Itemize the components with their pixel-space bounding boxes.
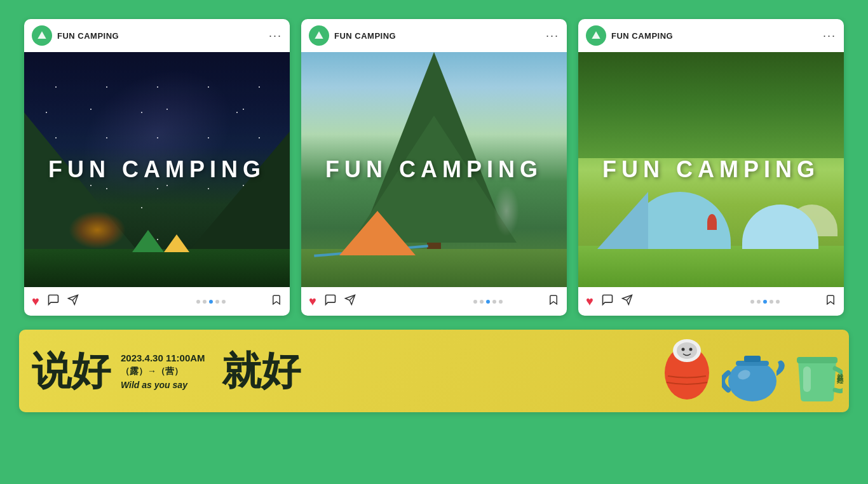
card-footer-2: ♥ bbox=[301, 287, 567, 316]
kettle-icon bbox=[722, 338, 785, 405]
svg-rect-18 bbox=[797, 357, 837, 363]
svg-point-12 bbox=[682, 347, 685, 351]
dot-1-2 bbox=[203, 300, 207, 304]
svg-marker-6 bbox=[592, 31, 600, 39]
banner-chinese-right: 就好 bbox=[222, 351, 301, 391]
share-button-3[interactable] bbox=[621, 294, 633, 309]
more-button-2[interactable]: ··· bbox=[546, 29, 559, 43]
svg-marker-3 bbox=[315, 31, 323, 39]
svg-rect-16 bbox=[744, 356, 761, 362]
dot-1-5 bbox=[222, 300, 226, 304]
card-image-2: FUN CAMPING bbox=[301, 52, 567, 287]
dots-1 bbox=[151, 300, 271, 304]
share-button-1[interactable] bbox=[67, 294, 79, 309]
banner-chinese-left: 说好 bbox=[32, 351, 111, 391]
dot-3-5 bbox=[776, 300, 780, 304]
instagram-card-3: FUN CAMPING ··· FUN CAMPING ♥ bbox=[578, 19, 844, 316]
dot-2-5 bbox=[499, 300, 503, 304]
overlay-text-1: FUN CAMPING bbox=[48, 156, 266, 183]
banner-route: （露）→（营） bbox=[121, 366, 205, 377]
comment-button-1[interactable] bbox=[47, 293, 60, 309]
dot-3-1 bbox=[750, 300, 754, 304]
comment-button-2[interactable] bbox=[324, 293, 337, 309]
username-2: FUN CAMPING bbox=[334, 31, 541, 41]
dot-2-3 bbox=[486, 300, 490, 304]
card-footer-3: ♥ bbox=[578, 287, 844, 316]
banner-left-section: 说好 2023.4.30 11:00AM （露）→（营） Wild as you… bbox=[19, 351, 313, 391]
dot-2-4 bbox=[492, 300, 496, 304]
like-button-1[interactable]: ♥ bbox=[32, 294, 39, 309]
sleeping-bag-icon bbox=[658, 338, 715, 405]
avatar-3 bbox=[586, 25, 606, 46]
bookmark-button-3[interactable] bbox=[825, 293, 836, 309]
like-button-2[interactable]: ♥ bbox=[309, 294, 316, 309]
action-icons-1: ♥ bbox=[32, 293, 151, 309]
svg-rect-19 bbox=[803, 366, 811, 392]
dot-3-4 bbox=[770, 300, 773, 304]
card-header-2: FUN CAMPING ··· bbox=[301, 19, 567, 52]
svg-point-11 bbox=[677, 342, 697, 359]
avatar-2 bbox=[309, 25, 329, 46]
dot-1-1 bbox=[196, 300, 200, 304]
event-banner: 说好 2023.4.30 11:00AM （露）→（营） Wild as you… bbox=[19, 330, 849, 412]
banner-illustrations: 就在此处 bbox=[313, 330, 849, 412]
banner-date: 2023.4.30 11:00AM bbox=[121, 353, 205, 363]
like-button-3[interactable]: ♥ bbox=[586, 294, 593, 309]
username-1: FUN CAMPING bbox=[57, 31, 264, 41]
svg-marker-0 bbox=[37, 31, 46, 39]
card-footer-1: ♥ bbox=[24, 287, 290, 316]
dot-1-3 bbox=[209, 300, 213, 304]
share-button-2[interactable] bbox=[344, 294, 356, 309]
card-header-3: FUN CAMPING ··· bbox=[578, 19, 844, 52]
svg-point-14 bbox=[728, 361, 776, 401]
dot-2-1 bbox=[473, 300, 477, 304]
bookmark-button-2[interactable] bbox=[548, 293, 559, 309]
card-image-1: FUN CAMPING bbox=[24, 52, 290, 287]
banner-vertical-text: 就在此处 bbox=[835, 368, 844, 373]
dots-3 bbox=[705, 300, 825, 304]
instagram-card-2: FUN CAMPING ··· FUN CAMPING ♥ bbox=[301, 19, 567, 316]
dot-3-2 bbox=[757, 300, 761, 304]
card-image-3: FUN CAMPING bbox=[578, 52, 844, 287]
cards-row: FUN CAMPING ··· FUN CAMPING ♥ bbox=[19, 19, 849, 316]
bookmark-button-1[interactable] bbox=[271, 293, 282, 309]
action-icons-2: ♥ bbox=[309, 293, 428, 309]
action-icons-3: ♥ bbox=[586, 293, 705, 309]
comment-button-3[interactable] bbox=[601, 293, 614, 309]
overlay-text-2: FUN CAMPING bbox=[325, 156, 543, 183]
more-button-1[interactable]: ··· bbox=[269, 29, 282, 43]
instagram-card-1: FUN CAMPING ··· FUN CAMPING ♥ bbox=[24, 19, 290, 316]
dot-1-4 bbox=[215, 300, 219, 304]
dot-3-3 bbox=[763, 300, 767, 304]
overlay-text-3: FUN CAMPING bbox=[602, 156, 820, 183]
dots-2 bbox=[428, 300, 548, 304]
banner-middle-section: 2023.4.30 11:00AM （露）→（营） Wild as you sa… bbox=[121, 353, 205, 390]
username-3: FUN CAMPING bbox=[611, 31, 818, 41]
dot-2-2 bbox=[480, 300, 484, 304]
svg-point-13 bbox=[689, 347, 693, 351]
card-header-1: FUN CAMPING ··· bbox=[24, 19, 290, 52]
more-button-3[interactable]: ··· bbox=[823, 29, 836, 43]
banner-slogan: Wild as you say bbox=[121, 380, 205, 390]
avatar-1 bbox=[32, 25, 52, 46]
